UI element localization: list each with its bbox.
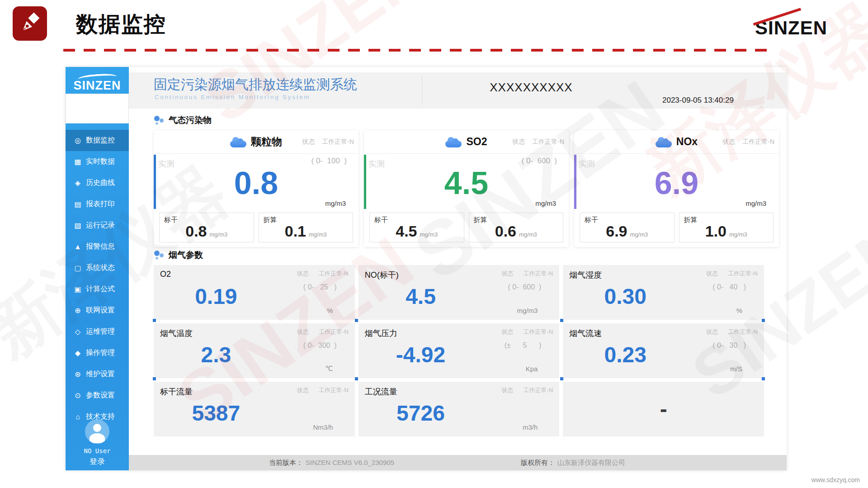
cell-pressure: 烟气压力 状态工作正常-N (± 5 ) -4.92 Kpa — [359, 323, 560, 378]
cloud-icon — [656, 137, 672, 147]
sidebar-item-run-log[interactable]: ▧运行记录 — [66, 215, 129, 236]
sidebar-item-realtime-data[interactable]: ▦实时数据 — [66, 151, 129, 172]
sidebar-item-data-monitor[interactable]: ◎数据监控 — [66, 130, 129, 151]
gas-unit: mg/m3 — [535, 199, 556, 207]
sidebar: SINZEN 新泽仪器 ◎数据监控 ▦实时数据 ◈历史曲线 ▤报表打印 ▧运行记… — [66, 67, 129, 470]
gas-cards-row: 颗粒物 状态 工作正常-N 实测 ( 0- 100 ) 0.8 mg/m3 — [154, 130, 779, 247]
system-subtitle: Continuous Emission Monitoring System — [155, 94, 310, 100]
grid-handle-dot — [153, 377, 156, 380]
flue-params-section: 烟气参数 O2 状态工作正常-N ( 0- 25 ) 0.19 % NO(标干)… — [154, 249, 764, 436]
copyright-value: 山东新泽仪器有限公司 — [557, 459, 625, 467]
cell-value: -4.92 — [359, 332, 483, 378]
sidebar-user-block: NO User 登录 — [66, 419, 129, 467]
user-name: NO User — [66, 447, 129, 455]
alarm-info-icon: ▲ — [73, 243, 83, 251]
converted-value: 0.6 — [495, 223, 516, 240]
version-label: 当前版本： — [269, 459, 303, 467]
status-value: 工作正常-N — [322, 138, 354, 146]
user-avatar[interactable] — [85, 419, 109, 444]
realtime-data-icon: ▦ — [73, 157, 83, 166]
system-title: 固定污染源烟气排放连续监测系统 — [154, 76, 357, 94]
gas-section-header: 气态污染物 — [154, 114, 779, 127]
sidebar-item-history-curve[interactable]: ◈历史曲线 — [66, 172, 129, 194]
pen-icon — [13, 6, 47, 41]
network-settings-icon: ⊕ — [73, 306, 83, 315]
dry-basis-value: 0.8 — [185, 223, 207, 240]
sidebar-item-calc-formula[interactable]: ▣计算公式 — [66, 279, 129, 300]
flue-grid: O2 状态工作正常-N ( 0- 25 ) 0.19 % NO(标干) 状态工作… — [154, 265, 764, 436]
flue-section-header: 烟气参数 — [154, 249, 764, 261]
cell-o2: O2 状态工作正常-N ( 0- 25 ) 0.19 % — [154, 265, 355, 320]
grid-handle-dot — [560, 319, 563, 322]
maintenance-settings-icon: ⊛ — [73, 370, 83, 379]
converted-box: 折算 0.6mg/m3 — [469, 213, 564, 242]
sidebar-item-parameter-settings[interactable]: ⊙参数设置 — [66, 385, 129, 406]
cell-velocity: 烟气流速 状态工作正常-N ( 0- 30 ) 0.23 m/S — [563, 323, 764, 378]
app-header: 固定污染源烟气排放连续监测系统 Continuous Emission Moni… — [129, 72, 787, 109]
converted-value: 1.0 — [705, 223, 726, 240]
sidebar-item-alarm-info[interactable]: ▲报警信息 — [66, 236, 129, 257]
system-status-icon: ▢ — [73, 264, 83, 272]
cell-humidity: 烟气湿度 状态工作正常-N ( 0- 40 ) 0.30 % — [563, 265, 764, 320]
cloud-icon — [230, 137, 246, 147]
dry-basis-value: 4.5 — [396, 223, 417, 240]
cell-value: 0.23 — [563, 332, 688, 378]
report-print-icon: ▤ — [73, 200, 83, 208]
gas-card-title: 颗粒物 — [251, 135, 282, 149]
dry-basis-value: 6.9 — [606, 223, 627, 240]
data-monitor-icon: ◎ — [73, 136, 83, 145]
sidebar-item-system-status[interactable]: ▢系统状态 — [66, 257, 129, 279]
grid-handle-dot — [762, 377, 765, 380]
ops-management-icon: ◇ — [73, 327, 83, 336]
status-label: 状态 — [302, 138, 315, 146]
grid-handle-dot — [355, 319, 358, 322]
dry-basis-box: 标干 0.8mg/m3 — [159, 213, 254, 242]
website-url: www.sdxzyq.com — [811, 476, 860, 483]
gas-card-so2: SO2 状态 工作正常-N 实测 ( 0- 600 ) 4.5 mg/m3 — [364, 130, 569, 247]
dry-basis-box: 标干 4.5mg/m3 — [369, 213, 464, 242]
page-title: 数据监控 — [76, 10, 166, 39]
gas-card-particulate: 颗粒物 状态 工作正常-N 实测 ( 0- 100 ) 0.8 mg/m3 — [154, 130, 359, 247]
converted-value: 0.1 — [285, 223, 306, 240]
brand-logo: SINZEN — [755, 17, 854, 41]
bubbles-icon — [154, 250, 165, 261]
operation-management-icon: ◆ — [73, 349, 83, 357]
parameter-settings-icon: ⊙ — [73, 391, 83, 400]
cell-value: 5387 — [154, 390, 278, 436]
converted-box: 折算 0.1mg/m3 — [259, 213, 354, 242]
run-log-icon: ▧ — [73, 221, 83, 230]
current-timestamp: 2023-09-05 13:40:29 — [662, 96, 734, 105]
dry-basis-box: 标干 6.9mg/m3 — [580, 213, 675, 242]
app-window: SINZEN 新泽仪器 ◎数据监控 ▦实时数据 ◈历史曲线 ▤报表打印 ▧运行记… — [66, 67, 787, 470]
version-value: SINZEN CEMS V6.0_230905 — [306, 459, 394, 467]
sidebar-item-maintenance-settings[interactable]: ⊛维护设置 — [66, 364, 129, 385]
cloud-icon — [445, 137, 462, 147]
grid-handle-dot — [560, 377, 563, 380]
station-name: XXXXXXXXXX — [463, 81, 599, 95]
cell-value: 5726 — [359, 390, 483, 436]
sidebar-item-ops-management[interactable]: ◇运维管理 — [66, 321, 129, 342]
cell-value: - — [563, 382, 764, 436]
cell-value: 0.30 — [563, 273, 688, 320]
sidebar-item-network-settings[interactable]: ⊕联网设置 — [66, 300, 129, 321]
cell-no-dry: NO(标干) 状态工作正常-N ( 0- 600 ) 4.5 mg/m3 — [359, 265, 560, 320]
cell-value: 2.3 — [154, 332, 278, 378]
header-divider — [422, 76, 422, 105]
cell-working-flow: 工况流量 状态工作正常-N 5726 m3/h — [359, 382, 560, 436]
cell-empty: - — [563, 382, 764, 436]
sidebar-item-report-print[interactable]: ▤报表打印 — [66, 194, 129, 215]
sidebar-item-operation-management[interactable]: ◆操作管理 — [66, 342, 129, 364]
converted-box: 折算 1.0mg/m3 — [679, 213, 774, 242]
title-underline — [63, 49, 771, 52]
calc-formula-icon: ▣ — [73, 285, 83, 294]
gas-card-title: NOx — [676, 136, 698, 148]
cell-temperature: 烟气温度 状态工作正常-N ( 0- 300 ) 2.3 ℃ — [154, 323, 355, 378]
gas-unit: mg/m3 — [745, 199, 766, 207]
main-content: 固定污染源烟气排放连续监测系统 Continuous Emission Moni… — [129, 67, 787, 470]
status-label: 状态 — [512, 138, 525, 146]
copyright-label: 版权所有： — [521, 459, 555, 467]
login-button[interactable]: 登录 — [66, 456, 129, 467]
gas-unit: mg/m3 — [325, 199, 346, 207]
gas-card-title: SO2 — [466, 136, 487, 148]
cell-dry-flow: 标干流量 状态工作正常-N 5387 Nm3/h — [154, 382, 355, 436]
